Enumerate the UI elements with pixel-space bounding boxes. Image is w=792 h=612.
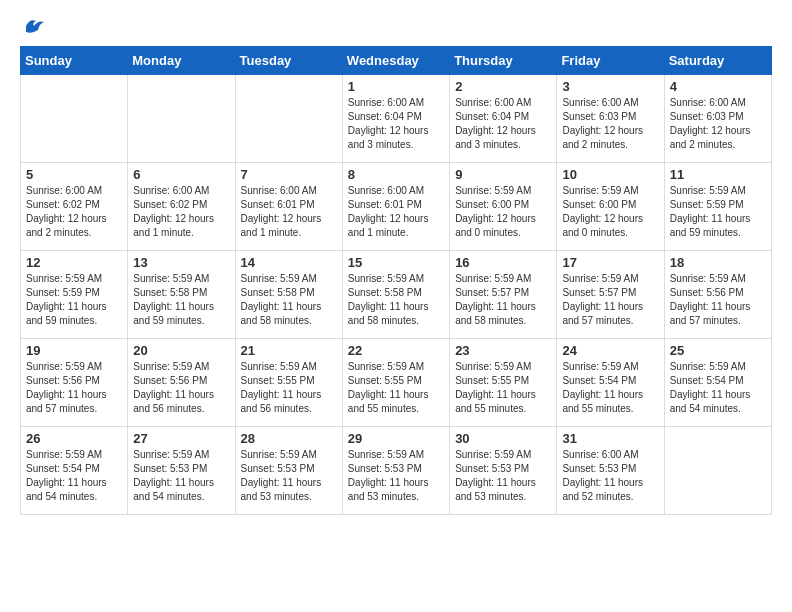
calendar-cell: 20Sunrise: 5:59 AM Sunset: 5:56 PM Dayli… (128, 339, 235, 427)
day-number: 6 (133, 167, 229, 182)
week-row: 5Sunrise: 6:00 AM Sunset: 6:02 PM Daylig… (21, 163, 772, 251)
calendar-cell: 21Sunrise: 5:59 AM Sunset: 5:55 PM Dayli… (235, 339, 342, 427)
day-number: 20 (133, 343, 229, 358)
day-number: 13 (133, 255, 229, 270)
calendar-cell: 31Sunrise: 6:00 AM Sunset: 5:53 PM Dayli… (557, 427, 664, 515)
calendar-cell: 26Sunrise: 5:59 AM Sunset: 5:54 PM Dayli… (21, 427, 128, 515)
week-row: 1Sunrise: 6:00 AM Sunset: 6:04 PM Daylig… (21, 75, 772, 163)
day-info: Sunrise: 6:00 AM Sunset: 6:02 PM Dayligh… (133, 184, 229, 240)
calendar-day-header: Saturday (664, 47, 771, 75)
day-info: Sunrise: 6:00 AM Sunset: 6:04 PM Dayligh… (348, 96, 444, 152)
calendar-cell: 15Sunrise: 5:59 AM Sunset: 5:58 PM Dayli… (342, 251, 449, 339)
day-info: Sunrise: 5:59 AM Sunset: 6:00 PM Dayligh… (455, 184, 551, 240)
day-number: 1 (348, 79, 444, 94)
day-info: Sunrise: 5:59 AM Sunset: 5:53 PM Dayligh… (455, 448, 551, 504)
day-info: Sunrise: 5:59 AM Sunset: 5:59 PM Dayligh… (670, 184, 766, 240)
day-info: Sunrise: 5:59 AM Sunset: 5:58 PM Dayligh… (241, 272, 337, 328)
calendar-cell: 18Sunrise: 5:59 AM Sunset: 5:56 PM Dayli… (664, 251, 771, 339)
day-info: Sunrise: 5:59 AM Sunset: 5:55 PM Dayligh… (455, 360, 551, 416)
week-row: 12Sunrise: 5:59 AM Sunset: 5:59 PM Dayli… (21, 251, 772, 339)
day-number: 17 (562, 255, 658, 270)
calendar-cell: 2Sunrise: 6:00 AM Sunset: 6:04 PM Daylig… (450, 75, 557, 163)
day-number: 31 (562, 431, 658, 446)
day-number: 2 (455, 79, 551, 94)
calendar-cell: 12Sunrise: 5:59 AM Sunset: 5:59 PM Dayli… (21, 251, 128, 339)
day-info: Sunrise: 6:00 AM Sunset: 6:04 PM Dayligh… (455, 96, 551, 152)
day-number: 10 (562, 167, 658, 182)
calendar-cell (21, 75, 128, 163)
calendar-cell: 24Sunrise: 5:59 AM Sunset: 5:54 PM Dayli… (557, 339, 664, 427)
calendar-cell: 30Sunrise: 5:59 AM Sunset: 5:53 PM Dayli… (450, 427, 557, 515)
day-info: Sunrise: 5:59 AM Sunset: 5:59 PM Dayligh… (26, 272, 122, 328)
calendar-cell: 19Sunrise: 5:59 AM Sunset: 5:56 PM Dayli… (21, 339, 128, 427)
calendar-cell: 8Sunrise: 6:00 AM Sunset: 6:01 PM Daylig… (342, 163, 449, 251)
day-number: 29 (348, 431, 444, 446)
calendar-cell: 7Sunrise: 6:00 AM Sunset: 6:01 PM Daylig… (235, 163, 342, 251)
day-number: 4 (670, 79, 766, 94)
day-info: Sunrise: 5:59 AM Sunset: 5:53 PM Dayligh… (133, 448, 229, 504)
week-row: 26Sunrise: 5:59 AM Sunset: 5:54 PM Dayli… (21, 427, 772, 515)
day-info: Sunrise: 5:59 AM Sunset: 5:55 PM Dayligh… (241, 360, 337, 416)
day-number: 15 (348, 255, 444, 270)
calendar-day-header: Friday (557, 47, 664, 75)
day-number: 19 (26, 343, 122, 358)
calendar-cell: 9Sunrise: 5:59 AM Sunset: 6:00 PM Daylig… (450, 163, 557, 251)
day-number: 21 (241, 343, 337, 358)
day-info: Sunrise: 5:59 AM Sunset: 5:53 PM Dayligh… (348, 448, 444, 504)
day-number: 11 (670, 167, 766, 182)
day-info: Sunrise: 5:59 AM Sunset: 6:00 PM Dayligh… (562, 184, 658, 240)
day-number: 24 (562, 343, 658, 358)
day-number: 3 (562, 79, 658, 94)
day-info: Sunrise: 5:59 AM Sunset: 5:57 PM Dayligh… (455, 272, 551, 328)
calendar-header-row: SundayMondayTuesdayWednesdayThursdayFrid… (21, 47, 772, 75)
calendar-day-header: Sunday (21, 47, 128, 75)
calendar-cell: 23Sunrise: 5:59 AM Sunset: 5:55 PM Dayli… (450, 339, 557, 427)
day-number: 30 (455, 431, 551, 446)
day-info: Sunrise: 5:59 AM Sunset: 5:55 PM Dayligh… (348, 360, 444, 416)
day-info: Sunrise: 6:00 AM Sunset: 6:03 PM Dayligh… (562, 96, 658, 152)
calendar-day-header: Wednesday (342, 47, 449, 75)
day-number: 16 (455, 255, 551, 270)
calendar-cell (235, 75, 342, 163)
day-info: Sunrise: 5:59 AM Sunset: 5:54 PM Dayligh… (562, 360, 658, 416)
day-info: Sunrise: 5:59 AM Sunset: 5:56 PM Dayligh… (133, 360, 229, 416)
calendar-cell (664, 427, 771, 515)
calendar-cell: 4Sunrise: 6:00 AM Sunset: 6:03 PM Daylig… (664, 75, 771, 163)
day-number: 7 (241, 167, 337, 182)
day-info: Sunrise: 5:59 AM Sunset: 5:54 PM Dayligh… (670, 360, 766, 416)
day-info: Sunrise: 6:00 AM Sunset: 6:03 PM Dayligh… (670, 96, 766, 152)
calendar-cell: 14Sunrise: 5:59 AM Sunset: 5:58 PM Dayli… (235, 251, 342, 339)
day-info: Sunrise: 5:59 AM Sunset: 5:54 PM Dayligh… (26, 448, 122, 504)
calendar-day-header: Monday (128, 47, 235, 75)
logo-bird-icon (22, 16, 44, 34)
day-info: Sunrise: 5:59 AM Sunset: 5:57 PM Dayligh… (562, 272, 658, 328)
logo (20, 20, 44, 30)
calendar-cell: 1Sunrise: 6:00 AM Sunset: 6:04 PM Daylig… (342, 75, 449, 163)
calendar-cell: 13Sunrise: 5:59 AM Sunset: 5:58 PM Dayli… (128, 251, 235, 339)
calendar-day-header: Tuesday (235, 47, 342, 75)
day-info: Sunrise: 5:59 AM Sunset: 5:56 PM Dayligh… (26, 360, 122, 416)
day-number: 14 (241, 255, 337, 270)
day-info: Sunrise: 5:59 AM Sunset: 5:58 PM Dayligh… (348, 272, 444, 328)
day-info: Sunrise: 6:00 AM Sunset: 6:02 PM Dayligh… (26, 184, 122, 240)
day-number: 28 (241, 431, 337, 446)
day-number: 8 (348, 167, 444, 182)
day-info: Sunrise: 5:59 AM Sunset: 5:56 PM Dayligh… (670, 272, 766, 328)
calendar: SundayMondayTuesdayWednesdayThursdayFrid… (20, 46, 772, 515)
day-info: Sunrise: 5:59 AM Sunset: 5:53 PM Dayligh… (241, 448, 337, 504)
calendar-cell (128, 75, 235, 163)
day-info: Sunrise: 6:00 AM Sunset: 5:53 PM Dayligh… (562, 448, 658, 504)
calendar-cell: 25Sunrise: 5:59 AM Sunset: 5:54 PM Dayli… (664, 339, 771, 427)
header (20, 20, 772, 30)
calendar-cell: 28Sunrise: 5:59 AM Sunset: 5:53 PM Dayli… (235, 427, 342, 515)
day-number: 18 (670, 255, 766, 270)
calendar-cell: 3Sunrise: 6:00 AM Sunset: 6:03 PM Daylig… (557, 75, 664, 163)
day-number: 26 (26, 431, 122, 446)
day-info: Sunrise: 6:00 AM Sunset: 6:01 PM Dayligh… (241, 184, 337, 240)
day-number: 9 (455, 167, 551, 182)
calendar-cell: 17Sunrise: 5:59 AM Sunset: 5:57 PM Dayli… (557, 251, 664, 339)
page: SundayMondayTuesdayWednesdayThursdayFrid… (0, 0, 792, 525)
calendar-day-header: Thursday (450, 47, 557, 75)
day-info: Sunrise: 6:00 AM Sunset: 6:01 PM Dayligh… (348, 184, 444, 240)
day-info: Sunrise: 5:59 AM Sunset: 5:58 PM Dayligh… (133, 272, 229, 328)
